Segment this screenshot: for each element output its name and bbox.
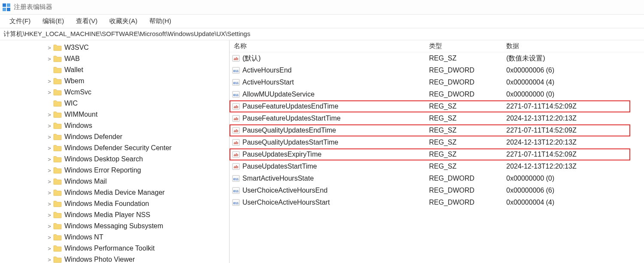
- value-data: 2024-12-13T12:20:13Z: [502, 115, 644, 122]
- menu-edit[interactable]: 编辑(E): [36, 15, 70, 27]
- tree-item[interactable]: >Windows Performance Toolkit: [0, 243, 229, 254]
- list-row[interactable]: ab(默认)REG_SZ(数值未设置): [230, 52, 644, 64]
- cell-name: abPauseFeatureUpdatesEndTime: [230, 103, 425, 110]
- value-type: REG_DWORD: [425, 91, 502, 98]
- svg-text:ab: ab: [234, 153, 239, 157]
- list-row[interactable]: abPauseUpdatesExpiryTimeREG_SZ2271-07-11…: [230, 148, 644, 160]
- expander-icon[interactable]: >: [46, 167, 52, 174]
- value-name: PauseQualityUpdatesStartTime: [242, 139, 339, 146]
- expander-icon[interactable]: >: [46, 245, 52, 252]
- tree-item[interactable]: >Windows Media Player NSS: [0, 209, 229, 221]
- tree-item[interactable]: >Windows Messaging Subsystem: [0, 221, 229, 232]
- value-type: REG_DWORD: [425, 175, 502, 182]
- expander-icon[interactable]: >: [46, 134, 52, 140]
- expander-icon[interactable]: >: [46, 112, 52, 118]
- expander-icon[interactable]: >: [46, 145, 52, 151]
- value-name: PauseUpdatesExpiryTime: [242, 151, 321, 158]
- address-text: 计算机\HKEY_LOCAL_MACHINE\SOFTWARE\Microsof…: [3, 30, 250, 38]
- tree-item-label: Windows Error Reporting: [64, 166, 141, 174]
- menu-favorites[interactable]: 收藏夹(A): [103, 15, 143, 27]
- list-row[interactable]: abPauseQualityUpdatesEndTimeREG_SZ2271-0…: [230, 124, 644, 136]
- tree-item[interactable]: >W3SVC: [0, 42, 229, 53]
- list-row[interactable]: 011ActiveHoursEndREG_DWORD0x00000006 (6): [230, 64, 644, 76]
- tree-item[interactable]: >Windows Defender Security Center: [0, 142, 229, 154]
- tree-item[interactable]: >WcmSvc: [0, 87, 229, 98]
- list-row[interactable]: abPauseUpdatesStartTimeREG_SZ2024-12-13T…: [230, 160, 644, 172]
- tree-item[interactable]: >Windows Photo Viewer: [0, 254, 229, 263]
- tree-item[interactable]: >WIC: [0, 98, 229, 109]
- list-row[interactable]: abPauseQualityUpdatesStartTimeREG_SZ2024…: [230, 136, 644, 148]
- tree-pane[interactable]: >W3SVC>WAB>Wallet>Wbem>WcmSvc>WIC>WIMMou…: [0, 40, 230, 263]
- dword-value-icon: 011: [232, 67, 240, 74]
- expander-icon[interactable]: >: [46, 212, 52, 218]
- value-type: REG_DWORD: [425, 199, 502, 206]
- expander-icon[interactable]: >: [46, 89, 52, 96]
- tree-item[interactable]: >Windows: [0, 120, 229, 131]
- folder-icon: [53, 122, 62, 129]
- header-data[interactable]: 数据: [502, 42, 644, 50]
- list-row[interactable]: abPauseFeatureUpdatesStartTimeREG_SZ2024…: [230, 112, 644, 124]
- tree-item[interactable]: >Windows Error Reporting: [0, 165, 229, 176]
- folder-icon: [53, 212, 62, 218]
- tree-item[interactable]: >Windows NT: [0, 232, 229, 243]
- expander-icon[interactable]: >: [46, 257, 52, 263]
- tree-item[interactable]: >WIMMount: [0, 109, 229, 120]
- expander-icon[interactable]: >: [46, 45, 52, 51]
- string-value-icon: ab: [232, 127, 240, 134]
- expander-icon[interactable]: >: [46, 190, 52, 196]
- list-row[interactable]: 011UserChoiceActiveHoursEndREG_DWORD0x00…: [230, 184, 644, 196]
- tree-item-label: Windows Media Player NSS: [64, 211, 150, 219]
- value-name: UserChoiceActiveHoursEnd: [242, 187, 327, 194]
- tree-item[interactable]: >Windows Desktop Search: [0, 154, 229, 165]
- tree-item[interactable]: >WAB: [0, 53, 229, 64]
- value-data: 2271-07-11T14:52:09Z: [502, 127, 644, 134]
- menu-view[interactable]: 查看(V): [70, 15, 103, 27]
- svg-rect-0: [3, 3, 6, 7]
- expander-icon[interactable]: >: [46, 123, 52, 129]
- header-name[interactable]: 名称: [230, 42, 425, 50]
- header-type[interactable]: 类型: [425, 42, 502, 50]
- svg-text:011: 011: [233, 189, 239, 193]
- dword-value-icon: 011: [232, 175, 240, 182]
- value-name: PauseFeatureUpdatesStartTime: [242, 115, 341, 122]
- cell-name: 011UserChoiceActiveHoursStart: [230, 199, 425, 206]
- dword-value-icon: 011: [232, 79, 240, 86]
- expander-icon[interactable]: >: [46, 178, 52, 185]
- tree-item[interactable]: >Wallet: [0, 64, 229, 76]
- tree-item-label: Windows Media Foundation: [64, 200, 149, 208]
- list-row[interactable]: 011SmartActiveHoursStateREG_DWORD0x00000…: [230, 172, 644, 184]
- folder-icon: [53, 111, 62, 118]
- list-row[interactable]: 011AllowMUUpdateServiceREG_DWORD0x000000…: [230, 88, 644, 100]
- svg-text:ab: ab: [234, 141, 239, 145]
- svg-rect-3: [7, 8, 10, 11]
- menu-file[interactable]: 文件(F): [3, 15, 36, 27]
- value-name: UserChoiceActiveHoursStart: [242, 199, 330, 206]
- tree-item[interactable]: >Windows Defender: [0, 131, 229, 142]
- svg-text:ab: ab: [234, 117, 239, 121]
- cell-name: abPauseUpdatesStartTime: [230, 163, 425, 170]
- expander-icon[interactable]: >: [46, 56, 52, 62]
- expander-icon[interactable]: >: [46, 78, 52, 85]
- tree-item[interactable]: >Wbem: [0, 76, 229, 87]
- tree-item-label: WcmSvc: [64, 88, 91, 96]
- list-row[interactable]: 011UserChoiceActiveHoursStartREG_DWORD0x…: [230, 196, 644, 209]
- string-value-icon: ab: [232, 139, 240, 146]
- list-row[interactable]: abPauseFeatureUpdatesEndTimeREG_SZ2271-0…: [230, 100, 644, 112]
- value-type: REG_DWORD: [425, 187, 502, 194]
- tree-item[interactable]: >Windows Media Foundation: [0, 198, 229, 209]
- list-pane[interactable]: 名称 类型 数据 ab(默认)REG_SZ(数值未设置)011ActiveHou…: [230, 40, 644, 263]
- list-body: ab(默认)REG_SZ(数值未设置)011ActiveHoursEndREG_…: [230, 52, 644, 209]
- expander-icon[interactable]: >: [46, 223, 52, 230]
- expander-icon[interactable]: >: [46, 234, 52, 241]
- tree-item[interactable]: >Windows Mail: [0, 176, 229, 187]
- folder-icon: [53, 234, 62, 241]
- cell-name: 011SmartActiveHoursState: [230, 175, 425, 182]
- expander-icon[interactable]: >: [46, 201, 52, 207]
- app-icon: [3, 3, 10, 11]
- expander-icon[interactable]: >: [46, 156, 52, 163]
- folder-icon: [53, 223, 62, 230]
- list-row[interactable]: 011ActiveHoursStartREG_DWORD0x00000004 (…: [230, 76, 644, 88]
- address-bar[interactable]: 计算机\HKEY_LOCAL_MACHINE\SOFTWARE\Microsof…: [0, 28, 644, 40]
- tree-item[interactable]: >Windows Media Device Manager: [0, 187, 229, 198]
- menu-help[interactable]: 帮助(H): [143, 15, 177, 27]
